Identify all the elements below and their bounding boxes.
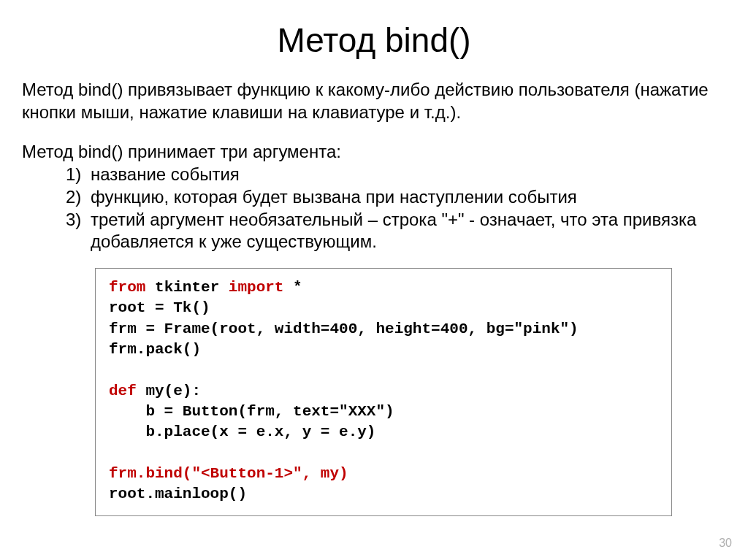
code-example: from tkinter import * root = Tk() frm = … bbox=[95, 268, 672, 516]
code-line: b = Button(frm, text="XXX") bbox=[109, 403, 394, 420]
list-item: название события bbox=[66, 164, 726, 186]
paragraph-description: Метод bind() привязывает функцию к каком… bbox=[22, 79, 726, 123]
code-line: root.mainloop() bbox=[109, 486, 247, 502]
list-item: функцию, которая будет вызвана при насту… bbox=[66, 186, 726, 209]
code-line-highlight: frm.bind("<Button-1>", my) bbox=[109, 465, 348, 482]
page-number: 30 bbox=[719, 537, 732, 550]
arguments-intro: Метод bind() принимает три аргумента: bbox=[22, 141, 726, 164]
code-keyword: import bbox=[229, 279, 284, 296]
code-text: my(e): bbox=[137, 383, 201, 399]
code-line: frm = Frame(root, width=400, height=400,… bbox=[109, 321, 579, 337]
code-line: frm.pack() bbox=[109, 341, 201, 358]
code-text: * bbox=[283, 279, 302, 296]
code-line: b.place(x = e.x, y = e.y) bbox=[109, 423, 375, 440]
arguments-list: название события функцию, которая будет … bbox=[66, 164, 726, 253]
code-line: root = Tk() bbox=[109, 299, 210, 316]
code-keyword: from bbox=[109, 279, 145, 296]
slide-title: Метод bind() bbox=[22, 20, 726, 60]
list-item: третий аргумент необязательный – строка … bbox=[66, 209, 726, 253]
code-keyword: def bbox=[109, 383, 137, 399]
code-text: tkinter bbox=[145, 279, 228, 296]
